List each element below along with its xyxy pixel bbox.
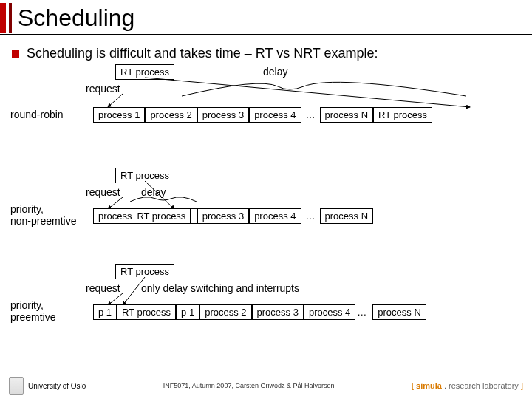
only-delay-label: only delay switching and interrupts bbox=[141, 282, 299, 294]
svg-line-0 bbox=[108, 94, 123, 107]
section-round-robin: RT process delay request round-robin pro… bbox=[12, 64, 520, 153]
rt-process-box: RT process bbox=[132, 208, 191, 224]
research-lab-label: research laboratory bbox=[449, 381, 519, 390]
section-priority-pre: RT process request only delay switching … bbox=[12, 264, 520, 345]
process-box: process 4 bbox=[249, 107, 301, 123]
process-box: process N bbox=[372, 304, 426, 320]
process-box: process 3 bbox=[197, 107, 249, 123]
title-bar: Scheduling bbox=[0, 0, 532, 33]
title-underline bbox=[0, 34, 532, 35]
bullet-icon bbox=[12, 50, 19, 58]
section-priority-nonpre: RT process request delay priority, non-p… bbox=[12, 168, 520, 249]
rr-process-row: process 1 process 2 process 3 process 4 … bbox=[93, 107, 432, 123]
uio-logo-icon bbox=[9, 377, 24, 395]
process-box: process 2 bbox=[145, 107, 197, 123]
process-box: process 3 bbox=[252, 304, 304, 320]
footer: University of Oslo INF5071, Autumn 2007,… bbox=[0, 377, 532, 395]
process-box: process 2 bbox=[200, 304, 251, 320]
request-label: request bbox=[86, 282, 120, 294]
delay-brace-icon bbox=[97, 78, 481, 107]
title-accent-bar bbox=[0, 3, 6, 33]
simula-label: simula bbox=[416, 381, 442, 390]
delay-label: delay bbox=[141, 186, 166, 198]
pp-process-row: p 1 RT process p 1 process 2 process 3 p… bbox=[93, 304, 426, 320]
slide-title: Scheduling bbox=[18, 4, 134, 32]
rt-process-box: RT process bbox=[115, 264, 174, 279]
footer-left: University of Oslo bbox=[9, 377, 86, 395]
rt-process-box: RT process bbox=[117, 304, 176, 320]
bracket-close: ] bbox=[519, 381, 523, 390]
delay-label: delay bbox=[263, 66, 287, 78]
svg-line-1 bbox=[145, 78, 470, 107]
uio-label: University of Oslo bbox=[28, 382, 86, 390]
title-accent-bar2 bbox=[9, 3, 12, 33]
svg-line-4 bbox=[108, 293, 123, 305]
svg-line-2 bbox=[108, 197, 123, 209]
dot-label: . bbox=[442, 381, 449, 390]
process-box: process 4 bbox=[304, 304, 355, 320]
priority-nonpre-label: priority, non-preemtive bbox=[10, 203, 77, 227]
rt-process-box: RT process bbox=[115, 168, 174, 183]
ellipsis: … bbox=[301, 211, 320, 222]
ellipsis: … bbox=[355, 307, 368, 318]
overlap-group: process 2 RT process bbox=[145, 208, 197, 224]
request-label: request bbox=[86, 186, 120, 198]
process-box: process N bbox=[320, 208, 374, 224]
request-label: request bbox=[86, 83, 120, 95]
ellipsis: … bbox=[301, 109, 320, 120]
process-box: process 4 bbox=[249, 208, 301, 224]
round-robin-label: round-robin bbox=[10, 109, 64, 120]
bullet-text: Scheduling is difficult and takes time –… bbox=[27, 46, 378, 61]
process-box: process N bbox=[320, 107, 374, 123]
bullet-row: Scheduling is difficult and takes time –… bbox=[0, 43, 532, 64]
process-box: p 1 bbox=[93, 304, 117, 320]
process-box: p 1 bbox=[176, 304, 200, 320]
np-process-row: process 1 process 2 RT process process 3… bbox=[93, 208, 373, 224]
footer-right: [ simula . research laboratory ] bbox=[412, 381, 523, 390]
process-box: process 3 bbox=[197, 208, 249, 224]
footer-center: INF5071, Autumn 2007, Carsten Griwodz & … bbox=[163, 382, 335, 389]
rt-process-box: RT process bbox=[373, 107, 432, 123]
priority-pre-label: priority, preemtive bbox=[10, 299, 55, 323]
process-box: process 1 bbox=[93, 107, 145, 123]
rt-process-box: RT process bbox=[115, 64, 174, 80]
